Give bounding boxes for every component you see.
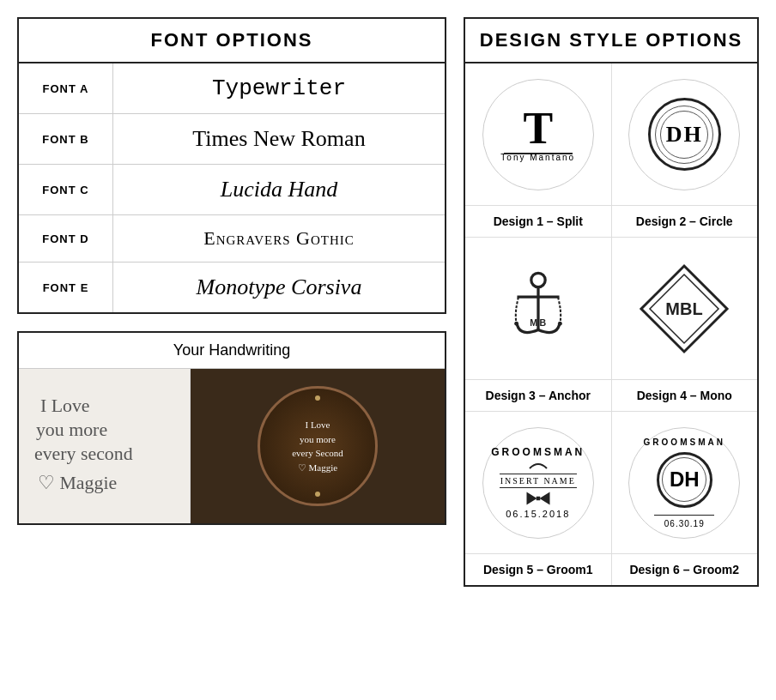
design-6-label: Design 6 – Groom2 xyxy=(612,553,758,585)
font-row-b: FONT B Times New Roman xyxy=(19,114,445,165)
design-5-groomsman: GROOMSMAN xyxy=(491,446,585,458)
svg-marker-14 xyxy=(526,492,537,505)
diamond-svg: MBL xyxy=(637,262,731,356)
design-cell-5[interactable]: GROOMSMAN INSERT NAME 06 xyxy=(465,412,612,585)
font-c-label: FONT C xyxy=(19,165,113,214)
design-5-inner: GROOMSMAN INSERT NAME 06 xyxy=(491,446,585,519)
main-layout: FONT OPTIONS FONT A Typewriter FONT B Ti… xyxy=(17,17,759,587)
design-1-inner: T Tony Mantano xyxy=(500,106,575,162)
handwriting-images: I Love you more every second ♡ Maggie I … xyxy=(19,369,445,523)
design-6-image: GROOMSMAN DH 06.30.19 xyxy=(612,412,758,553)
font-d-label: FONT D xyxy=(19,215,113,262)
svg-text:MBL: MBL xyxy=(666,299,703,318)
design-row-3: GROOMSMAN INSERT NAME 06 xyxy=(465,412,757,585)
design-6-initials: DH xyxy=(670,468,700,492)
font-options-title: FONT OPTIONS xyxy=(17,17,446,63)
font-c-sample: Lucida Hand xyxy=(113,165,445,214)
design-1-label: Design 1 – Split xyxy=(465,205,611,237)
right-panel: DESIGN STYLE OPTIONS T Tony Mantano xyxy=(464,17,759,587)
design-2-wrapper: DH xyxy=(648,98,721,171)
watch-text: I Loveyou moreevery Second♡ Maggie xyxy=(292,418,343,474)
design-grid: T Tony Mantano Design 1 – Split xyxy=(464,63,759,587)
font-row-a: FONT A Typewriter xyxy=(19,63,445,114)
design-6-circle: GROOMSMAN DH 06.30.19 xyxy=(628,427,740,539)
design-6-date: 06.30.19 xyxy=(664,519,705,528)
font-b-sample: Times New Roman xyxy=(113,114,445,164)
handwriting-svg: I Love you more every second ♡ Maggie xyxy=(27,377,181,515)
design-3-image: M B xyxy=(465,238,611,379)
design-options-title: DESIGN STYLE OPTIONS xyxy=(464,17,759,63)
design-2-label: Design 2 – Circle xyxy=(612,205,758,237)
design-3-inner: M B xyxy=(500,270,577,347)
design-cell-1[interactable]: T Tony Mantano Design 1 – Split xyxy=(465,63,612,238)
svg-marker-15 xyxy=(539,492,549,505)
design-1-image: T Tony Mantano xyxy=(465,63,611,205)
design-cell-3[interactable]: M B Design 3 – Anchor xyxy=(465,238,612,412)
font-table: FONT A Typewriter FONT B Times New Roman… xyxy=(17,63,446,314)
design-4-label: Design 4 – Mono xyxy=(612,379,758,411)
svg-text:you more: you more xyxy=(36,419,107,440)
design-row-2: M B Design 3 – Anchor xyxy=(465,238,757,412)
design-5-image: GROOMSMAN INSERT NAME 06 xyxy=(465,412,611,553)
design-6-circle-wrapper: DH xyxy=(657,452,712,508)
font-row-c: FONT C Lucida Hand xyxy=(19,165,445,215)
font-a-sample: Typewriter xyxy=(113,63,445,113)
design-1-circle: T Tony Mantano xyxy=(482,79,594,190)
design-2-image: DH xyxy=(612,63,758,205)
svg-text:I Love: I Love xyxy=(40,395,90,416)
design-cell-2[interactable]: DH Design 2 – Circle xyxy=(612,63,758,238)
design-2-initials: DH xyxy=(666,122,703,148)
design-5-label: Design 5 – Groom1 xyxy=(465,553,611,585)
svg-rect-16 xyxy=(537,497,541,501)
font-row-d: FONT D Engravers Gothic xyxy=(19,215,445,262)
font-a-label: FONT A xyxy=(19,63,113,113)
font-b-label: FONT B xyxy=(19,114,113,164)
mustache-top-svg xyxy=(525,460,551,472)
svg-text:M: M xyxy=(530,317,537,328)
screw-top xyxy=(315,395,320,401)
design-2-circle: DH xyxy=(628,79,740,190)
svg-text:every second: every second xyxy=(34,444,133,464)
design-5-circle: GROOMSMAN INSERT NAME 06 xyxy=(482,427,594,539)
left-panel: FONT OPTIONS FONT A Typewriter FONT B Ti… xyxy=(17,17,446,587)
bowtie-svg xyxy=(525,490,551,507)
design-3-label: Design 3 – Anchor xyxy=(465,379,611,411)
handwriting-title: Your Handwriting xyxy=(19,333,445,369)
design-6-line xyxy=(654,515,714,516)
design-1-name: Tony Mantano xyxy=(500,153,575,162)
font-d-sample: Engravers Gothic xyxy=(113,215,445,262)
watch-face: I Loveyou moreevery Second♡ Maggie xyxy=(258,386,378,506)
font-e-sample: Monotype Corsiva xyxy=(113,262,445,312)
design-cell-6[interactable]: GROOMSMAN DH 06.30.19 Design xyxy=(612,412,758,585)
handwriting-watch: I Loveyou moreevery Second♡ Maggie xyxy=(191,369,445,523)
handwriting-section: Your Handwriting I Love you more every s… xyxy=(17,331,446,525)
design-4-inner: MBL xyxy=(637,262,731,356)
design-5-insert: INSERT NAME xyxy=(500,474,577,488)
design-5-date: 06.15.2018 xyxy=(506,509,570,519)
anchor-svg: M B xyxy=(500,270,577,347)
screw-bottom xyxy=(315,492,320,497)
design-row-1: T Tony Mantano Design 1 – Split xyxy=(465,63,757,238)
design-6-inner: GROOMSMAN DH 06.30.19 xyxy=(644,438,725,528)
design-cell-4[interactable]: MBL Design 4 – Mono xyxy=(612,238,758,412)
svg-text:B: B xyxy=(539,317,546,328)
handwriting-paper: I Love you more every second ♡ Maggie xyxy=(19,369,191,523)
svg-point-4 xyxy=(531,273,545,287)
design-1-letter: T xyxy=(523,106,553,151)
design-6-groomsman: GROOMSMAN xyxy=(644,438,725,447)
font-row-e: FONT E Monotype Corsiva xyxy=(19,262,445,312)
design-4-image: MBL xyxy=(612,238,758,379)
svg-text:♡ Maggie: ♡ Maggie xyxy=(38,473,117,493)
font-e-label: FONT E xyxy=(19,262,113,312)
